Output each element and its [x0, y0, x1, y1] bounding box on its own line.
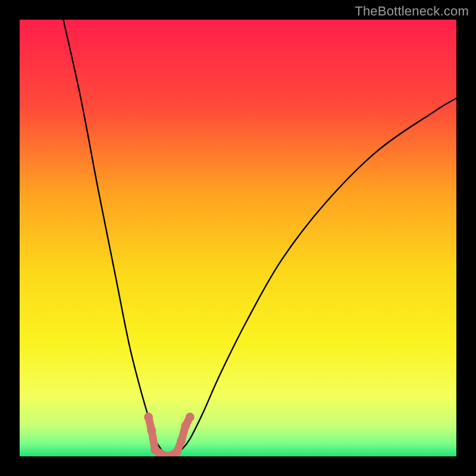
heat-gradient-background	[20, 20, 456, 456]
bottleneck-chart	[20, 20, 456, 456]
chart-frame: TheBottleneck.com	[0, 0, 476, 476]
marker-dot	[177, 437, 186, 446]
marker-dot	[186, 412, 195, 421]
watermark-text: TheBottleneck.com	[355, 4, 469, 19]
marker-dot	[144, 412, 153, 421]
plot-area	[20, 20, 456, 456]
marker-dot	[173, 447, 181, 456]
marker-dot	[147, 425, 156, 434]
marker-dot	[181, 421, 190, 430]
